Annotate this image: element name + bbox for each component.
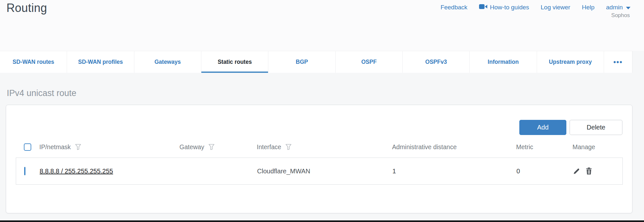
column-label: Interface bbox=[257, 143, 281, 151]
tab-gateways[interactable]: Gateways bbox=[134, 51, 201, 73]
tab-label: Information bbox=[488, 59, 519, 65]
tab-ospf[interactable]: OSPF bbox=[335, 51, 402, 73]
log-viewer-link[interactable]: Log viewer bbox=[541, 4, 570, 11]
tab-information[interactable]: Information bbox=[469, 51, 536, 73]
filter-funnel-icon[interactable] bbox=[208, 143, 215, 150]
feedback-label: Feedback bbox=[440, 4, 467, 11]
help-link[interactable]: Help bbox=[582, 4, 594, 11]
add-button[interactable]: Add bbox=[519, 120, 566, 135]
tab-bgp[interactable]: BGP bbox=[268, 51, 335, 73]
bottom-window-edge bbox=[0, 220, 644, 222]
feedback-link[interactable]: Feedback bbox=[440, 4, 467, 11]
video-camera-icon bbox=[479, 4, 487, 11]
select-all-checkbox[interactable] bbox=[24, 143, 31, 151]
tab-label: Upstream proxy bbox=[549, 59, 592, 65]
tab-ospfv3[interactable]: OSPFv3 bbox=[402, 51, 469, 73]
account-name: Sophos bbox=[611, 12, 630, 19]
table-toolbar: Add Delete bbox=[519, 120, 622, 135]
tab-static-routes[interactable]: Static routes bbox=[201, 51, 268, 73]
cell-ip-netmask: 8.8.8.8 / 255.255.255.255 bbox=[40, 168, 180, 175]
filter-funnel-icon[interactable] bbox=[285, 143, 292, 150]
tab-label: SD-WAN routes bbox=[13, 59, 54, 65]
tab-overflow-menu[interactable]: ••• bbox=[604, 51, 632, 73]
table-header-row: IP/netmask Gateway Interface Administrat… bbox=[6, 139, 632, 155]
pencil-icon[interactable] bbox=[573, 168, 580, 175]
column-label: IP/netmask bbox=[39, 143, 71, 151]
tab-label: OSPF bbox=[361, 59, 377, 65]
cell-administrative-distance: 1 bbox=[392, 168, 516, 175]
column-label: Manage bbox=[572, 143, 595, 151]
howto-guides-link[interactable]: How-to guides bbox=[479, 4, 529, 11]
cell-metric: 0 bbox=[516, 168, 573, 175]
tab-sdwan-profiles[interactable]: SD-WAN profiles bbox=[67, 51, 134, 73]
static-routes-panel: Add Delete IP/netmask Gateway Interface … bbox=[6, 105, 632, 213]
tab-label: Static routes bbox=[218, 59, 252, 65]
tab-bar: SD-WAN routes SD-WAN profiles Gateways S… bbox=[0, 51, 632, 73]
column-label: Gateway bbox=[179, 143, 204, 151]
log-viewer-label: Log viewer bbox=[541, 4, 570, 11]
page-title: Routing bbox=[6, 1, 47, 15]
table-row: 8.8.8.8 / 255.255.255.255 Cloudflare_MWA… bbox=[16, 158, 623, 185]
row-checkbox[interactable] bbox=[24, 167, 25, 175]
tab-sdwan-routes[interactable]: SD-WAN routes bbox=[0, 51, 67, 73]
column-label: Metric bbox=[516, 143, 533, 151]
column-header-ip-netmask: IP/netmask bbox=[39, 143, 179, 151]
howto-guides-label: How-to guides bbox=[490, 4, 529, 11]
filter-funnel-icon[interactable] bbox=[75, 143, 82, 150]
column-header-manage: Manage bbox=[572, 143, 632, 151]
top-navigation: Feedback How-to guides Log viewer Help a… bbox=[440, 4, 630, 11]
tab-label: Gateways bbox=[154, 59, 181, 65]
column-header-administrative-distance: Administrative distance bbox=[392, 143, 516, 151]
route-link[interactable]: 8.8.8.8 / 255.255.255.255 bbox=[40, 168, 113, 175]
tab-upstream-proxy[interactable]: Upstream proxy bbox=[537, 51, 604, 73]
ellipsis-icon: ••• bbox=[613, 58, 623, 66]
tab-label: SD-WAN profiles bbox=[78, 59, 123, 65]
row-checkbox-cell bbox=[24, 168, 40, 175]
page-header: Routing Feedback How-to guides Log viewe… bbox=[0, 0, 644, 51]
user-menu[interactable]: admin bbox=[606, 4, 630, 11]
column-header-metric: Metric bbox=[516, 143, 572, 151]
column-label: Administrative distance bbox=[392, 143, 457, 151]
chevron-down-icon bbox=[626, 7, 630, 9]
user-menu-label: admin bbox=[606, 4, 623, 11]
cell-manage bbox=[573, 167, 622, 175]
section-heading: IPv4 unicast route bbox=[7, 88, 76, 98]
trash-icon[interactable] bbox=[585, 167, 592, 175]
tab-label: OSPFv3 bbox=[425, 59, 447, 65]
column-header-interface: Interface bbox=[257, 143, 392, 151]
delete-button[interactable]: Delete bbox=[570, 120, 622, 135]
help-label: Help bbox=[582, 4, 594, 11]
header-checkbox-cell bbox=[24, 143, 39, 151]
cell-interface: Cloudflare_MWAN bbox=[257, 168, 392, 175]
column-header-gateway: Gateway bbox=[179, 143, 257, 151]
tab-label: BGP bbox=[296, 59, 308, 65]
